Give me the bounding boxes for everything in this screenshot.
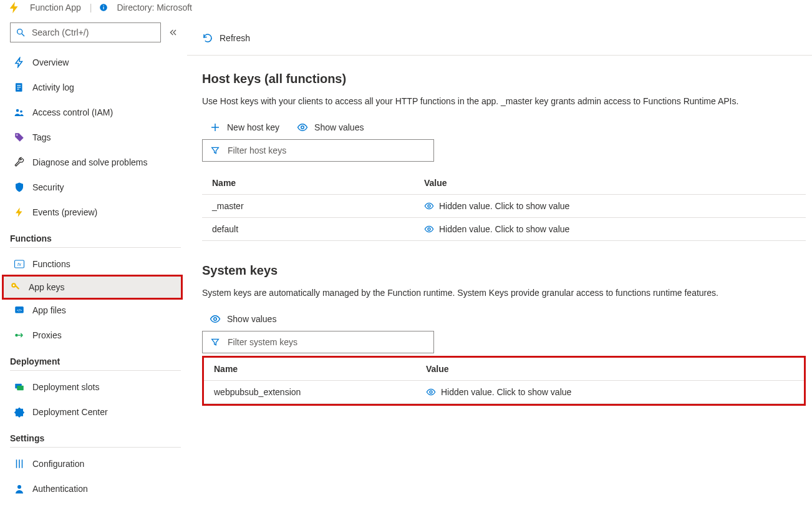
- show-system-values-button[interactable]: Show values: [210, 313, 276, 325]
- shield-icon: [14, 182, 25, 193]
- sidebar-item-label: Tags: [32, 132, 51, 142]
- sidebar-item-label: Deployment slots: [32, 382, 99, 392]
- activity-log-icon: [14, 82, 25, 93]
- sidebar-group-functions: Functions: [10, 233, 181, 248]
- refresh-label: Refresh: [220, 33, 250, 43]
- system-keys-filter-input[interactable]: [226, 336, 426, 348]
- sidebar-item-overview[interactable]: Overview: [10, 50, 181, 75]
- table-row[interactable]: _master Hidden value. Click to show valu…: [202, 195, 806, 218]
- system-keys-filter[interactable]: [202, 331, 434, 353]
- sidebar-item-functions[interactable]: Functions: [10, 252, 181, 277]
- system-keys-title: System keys: [202, 263, 806, 278]
- system-keys-col-name: Name: [204, 358, 416, 381]
- table-row[interactable]: default Hidden value. Click to show valu…: [202, 218, 806, 241]
- new-host-key-label: New host key: [227, 122, 279, 132]
- resource-type-label: Function App: [30, 2, 81, 12]
- refresh-button[interactable]: Refresh: [202, 32, 250, 44]
- sidebar-item-label: App keys: [29, 282, 65, 292]
- eye-icon: [424, 224, 434, 234]
- sidebar-item-label: Functions: [32, 259, 70, 269]
- sidebar-item-diagnose[interactable]: Diagnose and solve problems: [10, 150, 181, 175]
- page-header: Function App | Directory: Microsoft: [0, 0, 812, 19]
- sidebar-item-label: Authentication: [32, 484, 88, 494]
- show-value-button[interactable]: Hidden value. Click to show value: [424, 201, 796, 211]
- host-keys-section: Host keys (all functions) Use Host keys …: [187, 56, 812, 247]
- filter-icon: [210, 145, 220, 155]
- system-keys-highlight: Name Value webpubsub_extension Hidden va…: [202, 356, 806, 406]
- system-keys-section: System keys System keys are automaticall…: [187, 247, 812, 412]
- sidebar-item-label: Deployment Center: [32, 407, 108, 417]
- slots-icon: [14, 381, 25, 393]
- sidebar-item-proxies[interactable]: Proxies: [10, 323, 181, 348]
- show-value-button[interactable]: Hidden value. Click to show value: [424, 224, 796, 234]
- authentication-icon: [14, 483, 25, 494]
- host-keys-filter[interactable]: [202, 139, 434, 162]
- eye-icon: [424, 201, 434, 211]
- system-keys-table: Name Value webpubsub_extension Hidden va…: [204, 358, 804, 404]
- sidebar-item-label: Diagnose and solve problems: [32, 157, 147, 167]
- sidebar-search-input[interactable]: [31, 27, 155, 38]
- sidebar-item-access-control[interactable]: Access control (IAM): [10, 100, 181, 125]
- sidebar-item-events[interactable]: Events (preview): [10, 200, 181, 225]
- sidebar-search[interactable]: [10, 22, 161, 42]
- proxy-icon: [14, 330, 25, 341]
- table-row[interactable]: webpubsub_extension Hidden value. Click …: [204, 381, 804, 404]
- sidebar-item-label: Overview: [32, 57, 69, 67]
- show-host-values-label: Show values: [314, 122, 364, 132]
- sidebar-scroll[interactable]: Overview Activity log Access control (IA…: [0, 19, 187, 520]
- fx-icon: [14, 258, 25, 270]
- directory-label: Directory: Microsoft: [117, 2, 192, 12]
- sidebar-group-deployment: Deployment: [10, 356, 181, 371]
- system-keys-description: System keys are automatically managed by…: [202, 287, 801, 300]
- sidebar-item-authentication[interactable]: Authentication: [10, 476, 181, 501]
- eye-icon: [426, 387, 436, 397]
- eye-icon: [210, 313, 221, 325]
- overview-icon: [14, 57, 25, 68]
- tag-icon: [14, 132, 25, 143]
- show-host-values-button[interactable]: Show values: [297, 122, 364, 133]
- sidebar-item-app-keys[interactable]: App keys: [2, 275, 183, 300]
- sidebar-item-activity-log[interactable]: Activity log: [10, 75, 181, 100]
- sidebar-item-label: Events (preview): [32, 207, 97, 217]
- sidebar-item-security[interactable]: Security: [10, 175, 181, 200]
- sidebar-item-label: Access control (IAM): [32, 107, 113, 117]
- sidebar-item-label: App files: [32, 305, 66, 315]
- hidden-value-text: Hidden value. Click to show value: [439, 224, 569, 234]
- key-name: default: [202, 218, 414, 241]
- function-app-icon: [7, 1, 21, 14]
- key-name: _master: [202, 195, 414, 218]
- refresh-icon: [202, 32, 213, 44]
- events-icon: [14, 207, 25, 218]
- sidebar-item-deployment-slots[interactable]: Deployment slots: [10, 375, 181, 400]
- show-system-values-label: Show values: [227, 314, 276, 324]
- sidebar-item-label: Configuration: [32, 459, 84, 469]
- sidebar-item-label: Security: [32, 182, 64, 192]
- new-host-key-button[interactable]: New host key: [210, 122, 279, 133]
- plus-icon: [210, 122, 221, 133]
- sidebar-item-deployment-center[interactable]: Deployment Center: [10, 400, 181, 424]
- sidebar-item-label: Activity log: [32, 82, 74, 92]
- host-keys-title: Host keys (all functions): [202, 72, 806, 86]
- key-name: webpubsub_extension: [204, 381, 416, 404]
- sidebar: Overview Activity log Access control (IA…: [0, 19, 187, 520]
- show-value-button[interactable]: Hidden value. Click to show value: [426, 387, 794, 397]
- sidebar-item-app-files[interactable]: App files: [10, 298, 181, 323]
- deployment-center-icon: [14, 406, 25, 418]
- hidden-value-text: Hidden value. Click to show value: [439, 201, 569, 211]
- sidebar-group-settings: Settings: [10, 433, 181, 448]
- eye-icon: [297, 122, 308, 133]
- system-keys-col-value: Value: [416, 358, 804, 381]
- host-keys-col-value: Value: [414, 172, 806, 195]
- search-icon: [16, 27, 26, 37]
- host-keys-table: Name Value _master Hidden value. Click t…: [202, 172, 806, 241]
- hidden-value-text: Hidden value. Click to show value: [441, 387, 571, 397]
- info-icon: [99, 3, 108, 12]
- key-icon: [10, 282, 21, 293]
- collapse-sidebar-button[interactable]: [166, 25, 181, 40]
- sidebar-item-configuration[interactable]: Configuration: [10, 451, 181, 476]
- host-keys-filter-input[interactable]: [226, 145, 426, 156]
- header-separator: |: [90, 2, 92, 12]
- filter-icon: [210, 337, 220, 347]
- main-content: Refresh Host keys (all functions) Use Ho…: [187, 19, 812, 520]
- sidebar-item-tags[interactable]: Tags: [10, 125, 181, 150]
